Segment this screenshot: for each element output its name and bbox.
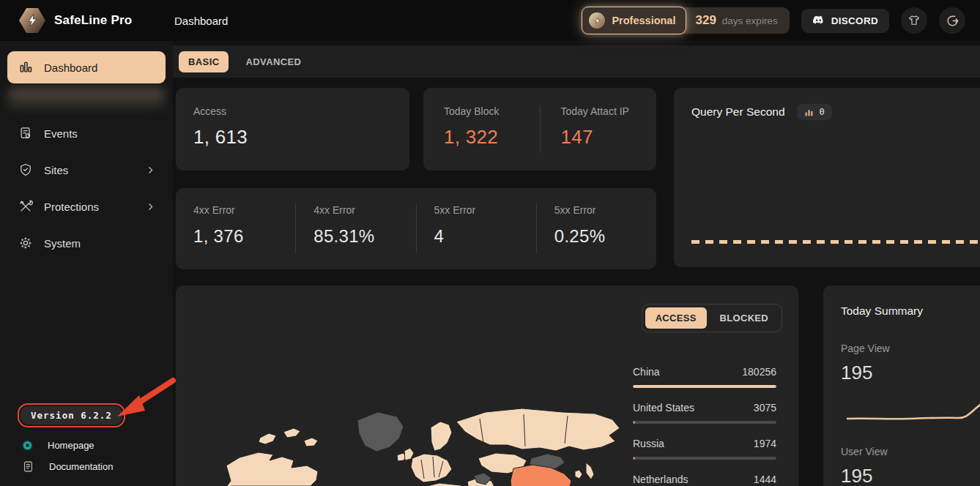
plan-label: Professional <box>612 15 675 26</box>
app-title: SafeLine Pro <box>54 13 132 28</box>
main-content: BASIC ADVANCED Access 1, 613 Today Block… <box>173 41 980 486</box>
country-bar-track <box>633 421 776 424</box>
user-view-value: 195 <box>841 465 980 486</box>
sidebar-item-label: Sites <box>44 164 68 176</box>
error-label: 4xx Error <box>313 204 398 216</box>
top-bar: SafeLine Pro Dashboard Professional 329 … <box>0 0 980 41</box>
expires-days: 329 <box>695 13 716 28</box>
country-ranking-list: China 180256 United States 3075 <box>633 366 776 486</box>
user-view-stat: User View 195 <box>841 446 980 486</box>
sidebar-item-sites[interactable]: Sites <box>7 154 166 186</box>
country-value: 180256 <box>742 366 776 378</box>
sidebar-item-protections[interactable]: Protections <box>7 190 166 223</box>
bolt-icon <box>589 12 605 29</box>
qps-badge: 0 <box>797 104 832 120</box>
today-block-value: 1, 322 <box>444 126 519 149</box>
page-view-value: 195 <box>841 362 980 384</box>
qps-header: Query Per Second 0 <box>691 104 980 120</box>
user-view-label: User View <box>841 446 980 457</box>
shield-icon <box>18 162 34 178</box>
qps-title: Query Per Second <box>691 105 785 119</box>
country-bar-track <box>633 385 776 388</box>
safeline-dashboard-page: SafeLine Pro Dashboard Professional 329 … <box>0 0 980 486</box>
error-value: 1, 376 <box>193 226 278 247</box>
page-view-stat: Page View 195 <box>841 343 980 427</box>
country-row: United States 3075 <box>633 402 776 424</box>
country-value: 3075 <box>754 402 776 414</box>
page-view-sparkline <box>847 395 980 427</box>
version-badge: Version 6.2.2 <box>21 406 122 425</box>
access-card: Access 1, 613 <box>176 88 409 171</box>
world-map-card: ACCESS BLOCKED <box>176 285 798 486</box>
page-view-label: Page View <box>841 343 980 354</box>
error-label: 5xx Error <box>554 204 639 216</box>
discord-button[interactable]: DISCORD <box>801 9 889 33</box>
error-value: 85.31% <box>313 226 398 247</box>
country-row: Russia 1974 <box>633 438 776 460</box>
document-icon <box>23 461 33 472</box>
safeline-logo-icon <box>19 7 45 34</box>
qps-badge-value: 0 <box>820 107 825 117</box>
today-attack-ip-stat: Today Attact IP 147 <box>540 105 657 153</box>
error-stat: 4xx Error 1, 376 <box>176 204 295 253</box>
version-annotation-box: Version 6.2.2 <box>18 403 125 427</box>
qps-flatline <box>691 240 980 244</box>
qps-card: Query Per Second 0 <box>674 88 980 267</box>
today-block-card: Today Block 1, 322 Today Attact IP 147 <box>423 88 656 171</box>
country-bar-track <box>633 457 776 460</box>
globe-dot-icon <box>23 441 31 449</box>
today-attack-ip-label: Today Attact IP <box>561 105 636 117</box>
access-value: 1, 613 <box>193 126 392 149</box>
homepage-label: Homepage <box>48 440 94 451</box>
today-summary-card: Today Summary Page View 195 User View 19… <box>823 285 980 486</box>
country-name: China <box>633 366 660 378</box>
error-stat: 5xx Error 4 <box>416 204 536 253</box>
toggle-access[interactable]: ACCESS <box>645 307 707 329</box>
tab-basic[interactable]: BASIC <box>179 51 229 72</box>
sidebar-item-dashboard[interactable]: Dashboard <box>7 51 166 83</box>
error-stat: 5xx Error 0.25% <box>536 204 656 253</box>
chevron-right-icon <box>146 202 155 212</box>
country-value: 1974 <box>754 438 776 449</box>
expires-badge: 329 days expires <box>680 7 789 34</box>
error-value: 0.25% <box>554 226 639 247</box>
sidebar-item-label: System <box>44 237 81 250</box>
discord-icon <box>812 15 825 26</box>
events-doc-icon <box>18 125 34 141</box>
world-map[interactable] <box>216 394 634 486</box>
active-item-glow <box>9 88 164 113</box>
country-bar-fill <box>633 385 776 388</box>
expires-label: days expires <box>722 15 778 26</box>
sidebar-item-system[interactable]: System <box>7 227 166 259</box>
today-block-stat: Today Block 1, 322 <box>423 105 540 153</box>
toggle-blocked[interactable]: BLOCKED <box>710 307 779 329</box>
sidebar-nav: Dashboard Events <box>0 41 173 259</box>
homepage-link[interactable]: Homepage <box>0 435 173 456</box>
sidebar-footer: Version 6.2.2 Homepage Documentation <box>0 403 173 477</box>
plan-badge[interactable]: Professional <box>582 7 686 34</box>
summary-title: Today Summary <box>841 304 980 318</box>
logout-icon <box>946 14 959 28</box>
brand: SafeLine Pro <box>0 7 173 34</box>
today-block-label: Today Block <box>444 105 519 117</box>
discord-label: DISCORD <box>831 15 878 26</box>
mini-bar-chart-icon <box>804 108 814 117</box>
sidebar-item-events[interactable]: Events <box>7 117 166 149</box>
error-stat: 4xx Error 85.31% <box>295 204 415 253</box>
license-group: Professional 329 days expires <box>582 7 789 34</box>
logout-button[interactable] <box>939 7 965 34</box>
theme-button[interactable] <box>901 7 927 34</box>
tab-advanced[interactable]: ADVANCED <box>236 51 311 72</box>
documentation-label: Documentation <box>49 461 113 472</box>
sidebar: Dashboard Events <box>0 41 173 486</box>
country-bar-fill <box>633 457 635 460</box>
chevron-right-icon <box>146 165 155 175</box>
error-value: 4 <box>434 226 519 247</box>
country-name: United States <box>633 402 694 414</box>
error-label: 4xx Error <box>193 204 278 216</box>
country-bar-fill <box>633 421 635 424</box>
today-attack-ip-value: 147 <box>561 126 636 149</box>
country-name: Netherlands <box>633 474 688 485</box>
documentation-link[interactable]: Documentation <box>0 456 173 477</box>
topbar-actions: Professional 329 days expires DISCORD <box>582 7 980 34</box>
